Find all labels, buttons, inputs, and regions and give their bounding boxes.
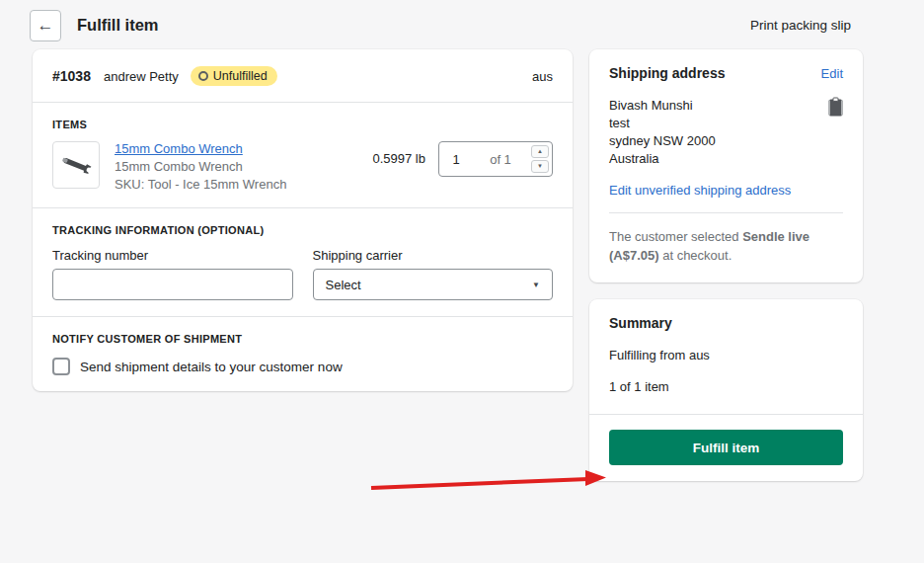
stepper-buttons: ▲ ▼ — [528, 142, 552, 176]
edit-unverified-address-link[interactable]: Edit unverified shipping address — [609, 183, 843, 198]
page-header: ← Fulfill item Print packing slip — [0, 0, 924, 49]
note-prefix: The customer selected — [609, 229, 742, 244]
copy-address-clipboard-icon[interactable] — [828, 97, 843, 121]
right-column: Shipping address Edit Bivash Munshi test… — [589, 49, 863, 481]
notify-section: NOTIFY CUSTOMER OF SHIPMENT Send shipmen… — [33, 317, 573, 391]
edit-address-link[interactable]: Edit — [821, 66, 843, 81]
product-sku: SKU: Tool - Ice 15mm Wrench — [115, 177, 373, 192]
notify-checkbox[interactable] — [52, 358, 70, 375]
notify-section-label: NOTIFY CUSTOMER OF SHIPMENT — [52, 333, 553, 345]
step-up-icon: ▲ — [537, 148, 543, 154]
shipping-address-title: Shipping address — [609, 65, 725, 81]
shipping-carrier-field: Shipping carrier Select ▼ — [313, 248, 554, 300]
print-packing-slip-button[interactable]: Print packing slip — [750, 18, 851, 33]
items-section: ITEMS 15mm Combo Wrench 15mm Combo Wre — [33, 103, 573, 207]
product-title-link[interactable]: 15mm Combo Wrench — [115, 141, 243, 156]
fulfilling-from-line: Fulfilling from aus — [609, 348, 843, 362]
status-badge: Unfulfilled — [191, 66, 277, 86]
product-weight: 0.5997 lb — [373, 141, 426, 177]
quantity-stepper[interactable]: 1 of 1 ▲ ▼ — [438, 141, 553, 177]
summary-footer: Fulfill item — [589, 415, 863, 481]
customer-name: andrew Petty — [104, 69, 179, 84]
back-button[interactable]: ← — [30, 10, 61, 41]
page-title: Fulfill item — [77, 16, 159, 35]
address-block: Bivash Munshi test sydney NSW 2000 Austr… — [609, 97, 843, 168]
address-line: test — [609, 115, 843, 132]
summary-card: Summary Fulfilling from aus 1 of 1 item … — [589, 299, 863, 481]
notify-checkbox-row: Send shipment details to your customer n… — [52, 358, 553, 375]
product-subtitle: 15mm Combo Wrench — [115, 159, 373, 174]
items-section-label: ITEMS — [52, 119, 553, 130]
tracking-number-label: Tracking number — [52, 248, 293, 263]
shipping-carrier-select[interactable]: Select ▼ — [313, 269, 554, 300]
notify-checkbox-label: Send shipment details to your customer n… — [80, 360, 343, 374]
quantity-of-total: of 1 — [473, 152, 528, 167]
tracking-fields-row: Tracking number Shipping carrier Select … — [52, 248, 553, 300]
tracking-number-field: Tracking number — [52, 248, 293, 300]
divider — [609, 212, 843, 213]
order-number: #1038 — [52, 68, 91, 84]
address-line: sydney NSW 2000 — [609, 132, 843, 150]
line-item-row: 15mm Combo Wrench 15mm Combo Wrench SKU:… — [52, 141, 553, 192]
shipping-address-header: Shipping address Edit — [609, 65, 843, 81]
content-area: #1038 andrew Petty Unfulfilled aus ITEMS — [0, 49, 924, 481]
summary-body: Summary Fulfilling from aus 1 of 1 item — [589, 299, 863, 414]
tracking-section-label: TRACKING INFORMATION (OPTIONAL) — [52, 224, 553, 236]
chevron-down-icon: ▼ — [532, 281, 540, 289]
carrier-selected-value: Select — [326, 278, 533, 292]
wrench-image — [56, 145, 96, 185]
fulfillment-location: aus — [532, 69, 553, 84]
note-suffix: at checkout. — [659, 248, 732, 263]
status-badge-label: Unfulfilled — [213, 69, 268, 83]
step-down-button[interactable]: ▼ — [531, 160, 549, 173]
item-count-line: 1 of 1 item — [609, 379, 843, 394]
quantity-value[interactable]: 1 — [439, 152, 473, 167]
step-up-button[interactable]: ▲ — [531, 145, 549, 158]
address-line: Australia — [609, 150, 843, 168]
address-line: Bivash Munshi — [609, 97, 843, 115]
tracking-section: TRACKING INFORMATION (OPTIONAL) Tracking… — [33, 208, 573, 316]
checkout-shipping-note: The customer selected Sendle live (A$7.0… — [609, 227, 843, 265]
step-down-icon: ▼ — [537, 163, 543, 169]
tracking-number-input[interactable] — [52, 269, 293, 300]
fulfillment-card: #1038 andrew Petty Unfulfilled aus ITEMS — [33, 49, 573, 391]
shipping-carrier-label: Shipping carrier — [313, 248, 554, 263]
order-header-row: #1038 andrew Petty Unfulfilled aus — [33, 49, 573, 102]
back-arrow-icon: ← — [38, 16, 54, 36]
summary-title: Summary — [609, 315, 843, 331]
unfulfilled-circle-icon — [198, 71, 208, 81]
product-info: 15mm Combo Wrench 15mm Combo Wrench SKU:… — [115, 141, 373, 192]
fulfill-item-button[interactable]: Fulfill item — [609, 430, 843, 465]
shipping-address-card: Shipping address Edit Bivash Munshi test… — [589, 49, 863, 282]
product-thumbnail — [52, 141, 100, 189]
